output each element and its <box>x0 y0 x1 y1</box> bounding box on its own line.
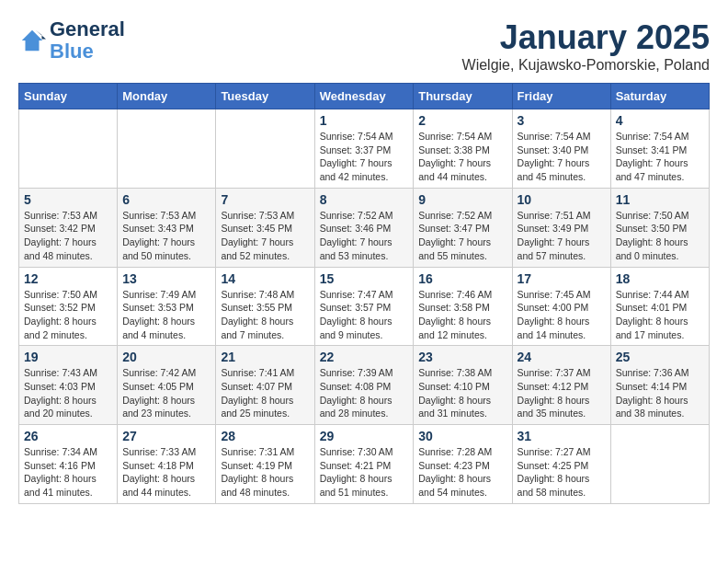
day-info: Sunrise: 7:48 AM Sunset: 3:55 PM Dayligh… <box>221 288 309 342</box>
day-number: 31 <box>518 429 606 443</box>
calendar-cell: 14Sunrise: 7:48 AM Sunset: 3:55 PM Dayli… <box>216 267 314 346</box>
calendar-cell: 23Sunrise: 7:38 AM Sunset: 4:10 PM Dayli… <box>414 346 512 425</box>
weekday-thursday: Thursday <box>414 84 512 109</box>
calendar-cell: 29Sunrise: 7:30 AM Sunset: 4:21 PM Dayli… <box>314 425 414 504</box>
calendar-cell: 20Sunrise: 7:42 AM Sunset: 4:05 PM Dayli… <box>118 346 216 425</box>
location: Wielgie, Kujawsko-Pomorskie, Poland <box>462 57 710 74</box>
day-info: Sunrise: 7:54 AM Sunset: 3:41 PM Dayligh… <box>616 130 704 184</box>
day-info: Sunrise: 7:37 AM Sunset: 4:12 PM Dayligh… <box>518 366 606 420</box>
calendar-cell <box>118 109 216 189</box>
calendar-cell: 26Sunrise: 7:34 AM Sunset: 4:16 PM Dayli… <box>19 425 118 504</box>
day-info: Sunrise: 7:54 AM Sunset: 3:37 PM Dayligh… <box>320 130 409 184</box>
calendar-cell: 2Sunrise: 7:54 AM Sunset: 3:38 PM Daylig… <box>414 109 512 189</box>
day-number: 21 <box>221 350 309 364</box>
calendar-header: SundayMondayTuesdayWednesdayThursdayFrid… <box>19 84 710 109</box>
day-number: 12 <box>24 271 112 286</box>
calendar-cell: 3Sunrise: 7:54 AM Sunset: 3:40 PM Daylig… <box>512 109 610 189</box>
logo-line1: General <box>50 18 125 40</box>
calendar-cell: 12Sunrise: 7:50 AM Sunset: 3:52 PM Dayli… <box>19 267 118 346</box>
day-number: 28 <box>221 429 309 443</box>
day-number: 30 <box>418 429 506 443</box>
day-info: Sunrise: 7:45 AM Sunset: 4:00 PM Dayligh… <box>518 288 606 342</box>
weekday-saturday: Saturday <box>610 84 709 109</box>
week-row-4: 19Sunrise: 7:43 AM Sunset: 4:03 PM Dayli… <box>19 346 710 425</box>
day-info: Sunrise: 7:52 AM Sunset: 3:47 PM Dayligh… <box>418 209 506 263</box>
calendar-cell: 17Sunrise: 7:45 AM Sunset: 4:00 PM Dayli… <box>512 267 610 346</box>
day-number: 27 <box>122 429 210 443</box>
day-number: 22 <box>320 350 409 364</box>
day-number: 16 <box>418 271 506 286</box>
day-info: Sunrise: 7:39 AM Sunset: 4:08 PM Dayligh… <box>320 366 409 420</box>
day-number: 9 <box>418 192 506 207</box>
weekday-wednesday: Wednesday <box>314 84 414 109</box>
day-number: 5 <box>24 192 112 207</box>
day-number: 17 <box>518 271 606 286</box>
day-info: Sunrise: 7:54 AM Sunset: 3:40 PM Dayligh… <box>518 130 606 184</box>
calendar-cell: 31Sunrise: 7:27 AM Sunset: 4:25 PM Dayli… <box>512 425 610 504</box>
calendar-cell: 15Sunrise: 7:47 AM Sunset: 3:57 PM Dayli… <box>314 267 414 346</box>
logo-icon <box>18 27 46 54</box>
day-info: Sunrise: 7:53 AM Sunset: 3:43 PM Dayligh… <box>122 209 210 263</box>
day-info: Sunrise: 7:34 AM Sunset: 4:16 PM Dayligh… <box>24 445 112 500</box>
logo-line2: Blue <box>50 40 125 63</box>
month-title: January 2025 <box>462 18 710 57</box>
day-number: 3 <box>518 113 606 128</box>
day-info: Sunrise: 7:38 AM Sunset: 4:10 PM Dayligh… <box>418 366 506 420</box>
calendar-cell: 8Sunrise: 7:52 AM Sunset: 3:46 PM Daylig… <box>314 188 414 267</box>
day-info: Sunrise: 7:53 AM Sunset: 3:42 PM Dayligh… <box>24 209 112 263</box>
calendar-cell: 24Sunrise: 7:37 AM Sunset: 4:12 PM Dayli… <box>512 346 610 425</box>
weekday-friday: Friday <box>512 84 610 109</box>
day-number: 15 <box>320 271 409 286</box>
day-info: Sunrise: 7:51 AM Sunset: 3:49 PM Dayligh… <box>518 209 606 263</box>
day-info: Sunrise: 7:43 AM Sunset: 4:03 PM Dayligh… <box>24 366 112 420</box>
week-row-5: 26Sunrise: 7:34 AM Sunset: 4:16 PM Dayli… <box>19 425 710 504</box>
weekday-sunday: Sunday <box>19 84 118 109</box>
day-info: Sunrise: 7:31 AM Sunset: 4:19 PM Dayligh… <box>221 445 309 500</box>
calendar-cell <box>19 109 118 189</box>
week-row-2: 5Sunrise: 7:53 AM Sunset: 3:42 PM Daylig… <box>19 188 710 267</box>
calendar-cell: 19Sunrise: 7:43 AM Sunset: 4:03 PM Dayli… <box>19 346 118 425</box>
day-number: 23 <box>418 350 506 364</box>
day-info: Sunrise: 7:54 AM Sunset: 3:38 PM Dayligh… <box>418 130 506 184</box>
calendar-cell: 7Sunrise: 7:53 AM Sunset: 3:45 PM Daylig… <box>216 188 314 267</box>
calendar-cell: 11Sunrise: 7:50 AM Sunset: 3:50 PM Dayli… <box>610 188 709 267</box>
calendar-cell: 27Sunrise: 7:33 AM Sunset: 4:18 PM Dayli… <box>118 425 216 504</box>
weekday-header-row: SundayMondayTuesdayWednesdayThursdayFrid… <box>19 84 710 109</box>
calendar-body: 1Sunrise: 7:54 AM Sunset: 3:37 PM Daylig… <box>19 109 710 504</box>
calendar-cell: 22Sunrise: 7:39 AM Sunset: 4:08 PM Dayli… <box>314 346 414 425</box>
title-block: January 2025 Wielgie, Kujawsko-Pomorskie… <box>462 18 710 74</box>
day-number: 14 <box>221 271 309 286</box>
day-info: Sunrise: 7:50 AM Sunset: 3:50 PM Dayligh… <box>616 209 704 263</box>
calendar-cell: 30Sunrise: 7:28 AM Sunset: 4:23 PM Dayli… <box>414 425 512 504</box>
calendar-cell: 25Sunrise: 7:36 AM Sunset: 4:14 PM Dayli… <box>610 346 709 425</box>
day-number: 6 <box>122 192 210 207</box>
day-number: 13 <box>122 271 210 286</box>
day-number: 1 <box>320 113 409 128</box>
calendar-cell <box>610 425 709 504</box>
calendar-cell: 9Sunrise: 7:52 AM Sunset: 3:47 PM Daylig… <box>414 188 512 267</box>
weekday-tuesday: Tuesday <box>216 84 314 109</box>
calendar-cell: 1Sunrise: 7:54 AM Sunset: 3:37 PM Daylig… <box>314 109 414 189</box>
day-number: 4 <box>616 113 704 128</box>
day-info: Sunrise: 7:27 AM Sunset: 4:25 PM Dayligh… <box>518 445 606 500</box>
day-number: 11 <box>616 192 704 207</box>
calendar-cell: 4Sunrise: 7:54 AM Sunset: 3:41 PM Daylig… <box>610 109 709 189</box>
day-info: Sunrise: 7:28 AM Sunset: 4:23 PM Dayligh… <box>418 445 506 500</box>
day-number: 2 <box>418 113 506 128</box>
calendar-cell: 5Sunrise: 7:53 AM Sunset: 3:42 PM Daylig… <box>19 188 118 267</box>
day-number: 20 <box>122 350 210 364</box>
day-info: Sunrise: 7:42 AM Sunset: 4:05 PM Dayligh… <box>122 366 210 420</box>
day-number: 29 <box>320 429 409 443</box>
weekday-monday: Monday <box>118 84 216 109</box>
day-number: 10 <box>518 192 606 207</box>
day-number: 18 <box>616 271 704 286</box>
calendar-cell: 13Sunrise: 7:49 AM Sunset: 3:53 PM Dayli… <box>118 267 216 346</box>
calendar-cell: 28Sunrise: 7:31 AM Sunset: 4:19 PM Dayli… <box>216 425 314 504</box>
week-row-3: 12Sunrise: 7:50 AM Sunset: 3:52 PM Dayli… <box>19 267 710 346</box>
day-info: Sunrise: 7:36 AM Sunset: 4:14 PM Dayligh… <box>616 366 704 420</box>
calendar-cell: 10Sunrise: 7:51 AM Sunset: 3:49 PM Dayli… <box>512 188 610 267</box>
day-info: Sunrise: 7:46 AM Sunset: 3:58 PM Dayligh… <box>418 288 506 342</box>
logo: General Blue <box>18 18 125 63</box>
logo-text: General Blue <box>50 18 125 63</box>
day-info: Sunrise: 7:47 AM Sunset: 3:57 PM Dayligh… <box>320 288 409 342</box>
